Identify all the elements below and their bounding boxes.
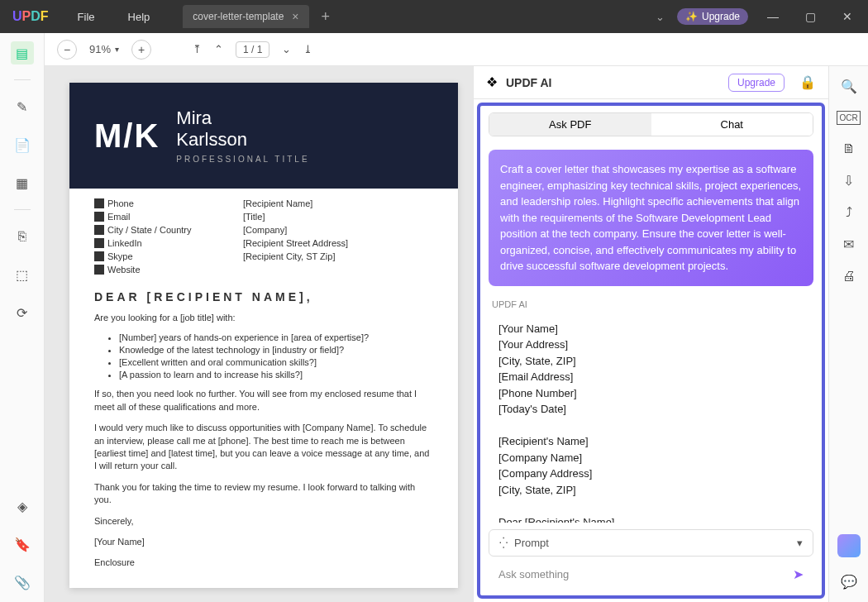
menu-help[interactable]: Help (112, 11, 167, 23)
ai-tabs: Ask PDF Chat (489, 112, 813, 136)
signature-1: Sincerely, (94, 515, 433, 528)
share-icon[interactable]: ⤴ (846, 205, 852, 220)
mail-icon[interactable]: ✉ (843, 236, 854, 252)
ocr-icon[interactable]: OCR (837, 111, 860, 125)
ai-panel: ❖ UPDF AI Upgrade 🔒 Ask PDF Chat Craft a… (473, 66, 828, 602)
add-tab-button[interactable]: + (322, 8, 331, 26)
name-first: Mira (176, 108, 309, 129)
upgrade-badge[interactable]: ✨ Upgrade (677, 8, 748, 25)
prev-page-button[interactable]: ⌃ (214, 43, 223, 55)
user-message: Craft a cover letter that showcases my e… (489, 150, 813, 286)
ai-logo-icon: ❖ (486, 74, 498, 90)
close-button[interactable]: ✕ (835, 10, 860, 23)
ask-input[interactable]: Ask something ➤ (489, 560, 813, 589)
prompt-icon: ⁛ (499, 537, 508, 549)
name-last: Karlsson (176, 129, 309, 150)
layers-icon[interactable]: ◈ (11, 494, 34, 518)
sparkle-icon: ✨ (685, 11, 698, 22)
website-icon (94, 265, 104, 275)
edit-icon[interactable]: 📄 (11, 133, 34, 156)
crop-icon[interactable]: ⬚ (11, 263, 34, 286)
list-item: Knowledge of the latest technology in [i… (119, 345, 433, 355)
ai-response-label: UPDF AI (492, 299, 810, 309)
prompt-selector[interactable]: ⁛ Prompt ▾ (489, 529, 813, 557)
tool-icon-1[interactable]: ⎘ (11, 225, 34, 248)
app-logo: UPDF (0, 9, 61, 24)
tab-chat[interactable]: Chat (651, 113, 813, 136)
recipient-block: [Recipient Name] [Title] [Company] [Reci… (243, 198, 348, 278)
intro-text: Are you looking for a [job title] with: (94, 312, 433, 324)
response-line: [City, State, ZIP] (498, 482, 804, 499)
next-page-button[interactable]: ⌄ (282, 43, 291, 55)
bullet-list: [Number] years of hands-on experience in… (119, 332, 433, 380)
ai-upgrade-button[interactable]: Upgrade (728, 74, 785, 92)
last-page-button[interactable]: ⤓ (303, 43, 312, 55)
response-line: [Company Name] (498, 450, 804, 466)
initials: M/K (94, 117, 160, 155)
response-line: [Phone Number] (498, 385, 804, 402)
ai-title: UPDF AI (506, 76, 551, 89)
signature-2: [Your Name] (94, 536, 433, 548)
chevron-down-icon: ▾ (797, 537, 803, 549)
first-page-button[interactable]: ⤒ (193, 43, 202, 55)
body-p2: I would very much like to discuss opport… (94, 422, 433, 473)
close-icon[interactable]: × (292, 10, 298, 23)
right-sidebar: 🔍 OCR 🗎 ⇩ ⤴ ✉ 🖨 💬 (828, 66, 868, 602)
list-item: [Number] years of hands-on experience in… (119, 332, 433, 342)
chevron-down-icon[interactable]: ⌄ (656, 11, 665, 23)
tab-title: cover-letter-template (193, 11, 284, 22)
search-icon[interactable]: 🔍 (841, 79, 857, 94)
organize-icon[interactable]: ▦ (11, 171, 34, 194)
response-line: [Your Address] (498, 337, 804, 353)
salutation: DEAR [RECIPIENT NAME], (94, 290, 433, 303)
chat-icon[interactable]: 💬 (841, 574, 857, 590)
left-sidebar: ▤ ✎ 📄 ▦ ⎘ ⬚ ⟳ ◈ 🔖 📎 (0, 33, 45, 602)
menu-file[interactable]: File (61, 11, 112, 23)
zoom-in-button[interactable]: + (131, 40, 151, 60)
response-line: [Email Address] (498, 369, 804, 385)
minimize-button[interactable]: ― (761, 10, 785, 23)
contact-left: Phone Email City / State / Country Linke… (94, 198, 218, 278)
body-p1: If so, then you need look no further. Yo… (94, 388, 433, 413)
tab-ask-pdf[interactable]: Ask PDF (489, 113, 651, 136)
maximize-button[interactable]: ▢ (798, 10, 823, 23)
signature-3: Enclosure (94, 557, 433, 569)
send-button[interactable]: ➤ (793, 566, 804, 582)
export-icon[interactable]: ⇩ (843, 173, 854, 189)
phone-icon (94, 198, 104, 208)
response-line: [Your Name] (498, 321, 804, 337)
zoom-level[interactable]: 91% ▾ (89, 43, 119, 55)
attachment-icon[interactable]: 📎 (11, 571, 34, 594)
ai-response[interactable]: [Your Name][Your Address][City, State, Z… (489, 313, 813, 523)
toolbar: − 91% ▾ + ⤒ ⌃ 1 / 1 ⌄ ⤓ (45, 33, 868, 66)
response-line: [City, State, ZIP] (498, 353, 804, 370)
bookmark-icon[interactable]: 🔖 (11, 533, 34, 556)
ai-fab-button[interactable] (837, 534, 861, 557)
skype-icon (94, 251, 104, 261)
list-item: [Excellent written and oral communicatio… (119, 357, 433, 367)
document-viewport[interactable]: M/K Mira Karlsson PROFESSIONAL TITLE Pho… (45, 66, 473, 602)
page-indicator[interactable]: 1 / 1 (236, 41, 269, 58)
response-line: Dear [Recipient's Name], (498, 514, 804, 523)
response-line (498, 498, 804, 514)
list-item: [A passion to learn and to increase his … (119, 370, 433, 380)
highlight-icon[interactable]: ✎ (11, 95, 34, 118)
titlebar: UPDF File Help cover-letter-template × +… (0, 0, 868, 33)
convert-icon[interactable]: 🗎 (842, 141, 856, 156)
linkedin-icon (94, 238, 104, 248)
professional-title: PROFESSIONAL TITLE (176, 155, 309, 164)
response-line: [Company Address] (498, 466, 804, 482)
location-icon (94, 225, 104, 235)
reader-icon[interactable]: ▤ (11, 41, 34, 64)
chevron-down-icon: ▾ (115, 45, 119, 54)
document-page: M/K Mira Karlsson PROFESSIONAL TITLE Pho… (69, 83, 458, 588)
response-line: [Recipient's Name] (498, 433, 804, 450)
response-line (498, 418, 804, 434)
lock-icon: 🔒 (799, 74, 816, 90)
body-p3: Thank you for taking the time to review … (94, 481, 433, 507)
email-icon (94, 212, 104, 222)
zoom-out-button[interactable]: − (57, 40, 77, 60)
print-icon[interactable]: 🖨 (842, 269, 856, 284)
tool-icon-2[interactable]: ⟳ (11, 301, 34, 324)
document-tab[interactable]: cover-letter-template × (183, 5, 308, 28)
